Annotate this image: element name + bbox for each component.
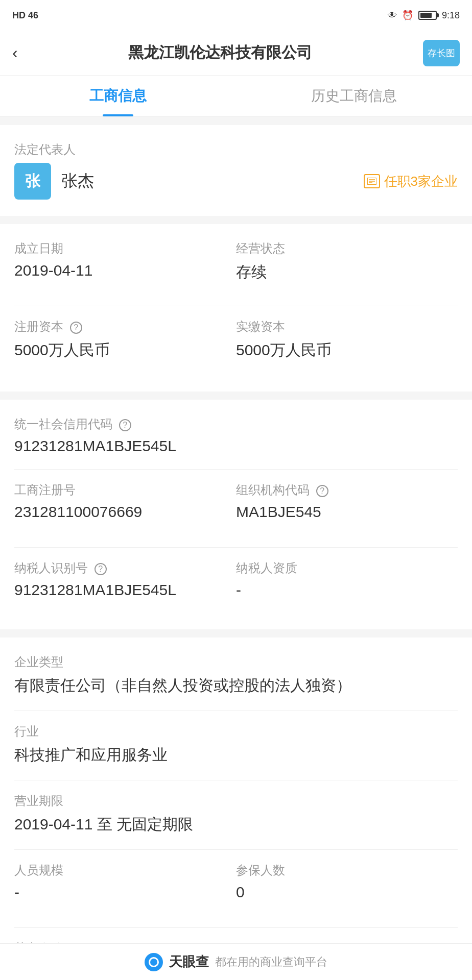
time-display: 9:18 xyxy=(442,10,460,21)
org-code-help-icon[interactable]: ? xyxy=(316,485,328,497)
status-bar: HD 46 👁 ⏰ 9:18 xyxy=(0,0,472,31)
tax-id-help-icon[interactable]: ? xyxy=(95,563,107,575)
status-value: 存续 xyxy=(236,262,458,283)
found-status-row: 成立日期 2019-04-11 经营状态 存续 xyxy=(14,240,458,293)
tax-quality-value: - xyxy=(236,581,458,599)
company-type-label: 企业类型 xyxy=(14,654,458,670)
reg-capital-label: 注册资本 ? xyxy=(14,318,236,335)
eye-icon: 👁 xyxy=(388,10,397,21)
legal-rep-row: 张 张杰 任职3家企业 xyxy=(14,163,458,200)
legal-rep-label: 法定代表人 xyxy=(14,141,458,158)
footer-brand: 天眼查 xyxy=(169,953,209,971)
tax-id-block: 纳税人识别号 ? 91231281MA1BJE545L xyxy=(14,560,236,599)
insured-count-value: 0 xyxy=(236,884,458,901)
reg-capital-help-icon[interactable]: ? xyxy=(70,322,82,334)
paid-capital-value: 5000万人民币 xyxy=(236,340,458,361)
tab-history-info[interactable]: 历史工商信息 xyxy=(236,76,472,116)
found-date-label: 成立日期 xyxy=(14,240,236,257)
insured-count-block: 参保人数 0 xyxy=(236,862,458,915)
tax-quality-block: 纳税人资质 - xyxy=(236,560,458,613)
org-code-value: MA1BJE545 xyxy=(236,503,458,521)
status-right: 👁 ⏰ 9:18 xyxy=(388,10,460,21)
unified-code-label: 统一社会信用代码 ? xyxy=(14,416,458,432)
capital-row: 注册资本 ? 5000万人民币 实缴资本 5000万人民币 xyxy=(14,318,458,375)
company-type-block: 企业类型 有限责任公司（非自然人投资或控股的法人独资） xyxy=(14,654,458,696)
unified-code-help-icon[interactable]: ? xyxy=(119,419,131,431)
basic-info-section: 成立日期 2019-04-11 经营状态 存续 注册资本 ? 5000万人民币 … xyxy=(0,224,472,391)
tax-row: 纳税人识别号 ? 91231281MA1BJE545L 纳税人资质 - xyxy=(14,560,458,613)
page-title: 黑龙江凯伦达科技有限公司 xyxy=(18,42,423,63)
industry-value: 科技推广和应用服务业 xyxy=(14,745,458,766)
credit-info-section: 统一社会信用代码 ? 91231281MA1BJE545L 工商注册号 2312… xyxy=(0,400,472,629)
industry-block: 行业 科技推广和应用服务业 xyxy=(14,723,458,766)
footer-logo-inner xyxy=(149,957,159,967)
footer: 天眼查 都在用的商业查询平台 xyxy=(0,943,472,980)
unified-code-block: 统一社会信用代码 ? 91231281MA1BJE545L xyxy=(14,416,458,455)
reg-org-row: 工商注册号 231281100076669 组织机构代码 ? MA1BJE545 xyxy=(14,482,458,535)
positions-label: 任职3家企业 xyxy=(384,173,458,190)
footer-logo-icon xyxy=(145,953,163,971)
header: ‹ 黑龙江凯伦达科技有限公司 存长图 xyxy=(0,31,472,76)
carrier-text: HD 46 xyxy=(12,10,38,21)
found-date-block: 成立日期 2019-04-11 xyxy=(14,240,236,279)
save-image-button[interactable]: 存长图 xyxy=(423,40,460,66)
tax-id-label: 纳税人识别号 ? xyxy=(14,560,236,576)
reg-number-label: 工商注册号 xyxy=(14,482,236,498)
legal-rep-name[interactable]: 张杰 xyxy=(61,170,94,192)
biz-period-label: 营业期限 xyxy=(14,793,458,809)
company-detail-section: 企业类型 有限责任公司（非自然人投资或控股的法人独资） 行业 科技推广和应用服务… xyxy=(0,638,472,980)
paid-capital-block: 实缴资本 5000万人民币 xyxy=(236,318,458,375)
tax-quality-label: 纳税人资质 xyxy=(236,560,458,576)
unified-code-value: 91231281MA1BJE545L xyxy=(14,437,458,455)
org-code-block: 组织机构代码 ? MA1BJE545 xyxy=(236,482,458,535)
save-image-label: 存长图 xyxy=(428,47,455,59)
legal-rep-left: 张 张杰 xyxy=(14,163,94,200)
staff-scale-block: 人员规模 - xyxy=(14,862,236,901)
legal-rep-section: 法定代表人 张 张杰 任职3家企业 xyxy=(0,125,472,216)
positions-button[interactable]: 任职3家企业 xyxy=(364,173,458,190)
status-label: 经营状态 xyxy=(236,240,458,257)
staff-scale-label: 人员规模 xyxy=(14,862,236,878)
tab-current-info[interactable]: 工商信息 xyxy=(0,76,236,116)
staff-scale-value: - xyxy=(14,884,236,901)
insured-count-label: 参保人数 xyxy=(236,862,458,878)
avatar: 张 xyxy=(14,163,51,200)
back-button[interactable]: ‹ xyxy=(12,43,18,62)
battery-icon xyxy=(418,11,437,20)
footer-tagline: 都在用的商业查询平台 xyxy=(215,954,327,970)
reg-number-block: 工商注册号 231281100076669 xyxy=(14,482,236,521)
positions-icon xyxy=(364,174,380,188)
paid-capital-label: 实缴资本 xyxy=(236,318,458,335)
tab-bar: 工商信息 历史工商信息 xyxy=(0,76,472,117)
company-type-value: 有限责任公司（非自然人投资或控股的法人独资） xyxy=(14,675,458,696)
reg-capital-value: 5000万人民币 xyxy=(14,340,236,361)
alarm-icon: ⏰ xyxy=(402,10,413,21)
industry-label: 行业 xyxy=(14,723,458,740)
content-area: 法定代表人 张 张杰 任职3家企业 xyxy=(0,125,472,980)
biz-period-block: 营业期限 2019-04-11 至 无固定期限 xyxy=(14,793,458,835)
org-code-label: 组织机构代码 ? xyxy=(236,482,458,498)
status-block: 经营状态 存续 xyxy=(236,240,458,293)
found-date-value: 2019-04-11 xyxy=(14,262,236,279)
biz-period-value: 2019-04-11 至 无固定期限 xyxy=(14,814,458,835)
tax-id-value: 91231281MA1BJE545L xyxy=(14,581,236,599)
reg-capital-block: 注册资本 ? 5000万人民币 xyxy=(14,318,236,361)
reg-number-value: 231281100076669 xyxy=(14,503,236,521)
staff-insured-row: 人员规模 - 参保人数 0 xyxy=(14,862,458,915)
